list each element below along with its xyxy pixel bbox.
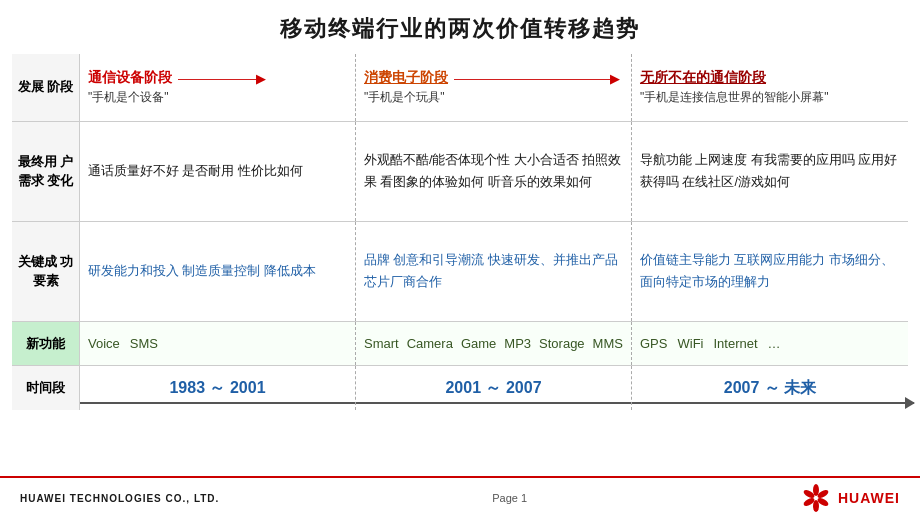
main-title: 移动终端行业的两次价值转移趋势 bbox=[0, 0, 920, 54]
phase3-title: 无所不在的通信阶段 bbox=[640, 69, 766, 87]
feature-wifi: WiFi bbox=[677, 336, 703, 351]
key-factors-row: 关键成 功要素 研发能力和投入 制造质量控制 降低成本 品牌 创意和引导潮流 快… bbox=[12, 222, 908, 322]
footer-brand: HUAWEI bbox=[800, 482, 900, 514]
feature-voice: Voice bbox=[88, 336, 120, 351]
user-needs-3: 导航功能 上网速度 有我需要的应用吗 应用好获得吗 在线社区/游戏如何 bbox=[632, 122, 908, 221]
huawei-logo-icon bbox=[800, 482, 832, 514]
phase1-title: 通信设备阶段 bbox=[88, 69, 172, 87]
content-area: 发展 阶段 通信设备阶段 ——————▶ "手机是个设备" 消费电子阶段 ———… bbox=[0, 54, 920, 476]
feature-dots: … bbox=[768, 336, 781, 351]
phase2-header: 消费电子阶段 ————————————▶ "手机是个玩具" bbox=[356, 54, 632, 121]
phase-header-row: 发展 阶段 通信设备阶段 ——————▶ "手机是个设备" 消费电子阶段 ———… bbox=[12, 54, 908, 122]
feature-internet: Internet bbox=[713, 336, 757, 351]
timespan-2: 2001 ～ 2007 bbox=[356, 366, 632, 410]
svg-point-0 bbox=[813, 484, 819, 496]
feature-smart: Smart bbox=[364, 336, 399, 351]
phase2-subtitle: "手机是个玩具" bbox=[364, 89, 623, 106]
label-timespan: 时间段 bbox=[12, 366, 80, 410]
label-new-features: 新功能 bbox=[12, 322, 80, 365]
feature-gps: GPS bbox=[640, 336, 667, 351]
timespan-row: 时间段 1983 ～ 2001 2001 ～ 2007 2007 ～ 未来 bbox=[12, 366, 908, 410]
key-factors-3: 价值链主导能力 互联网应用能力 市场细分、面向特定市场的理解力 bbox=[632, 222, 908, 321]
label-key-factors: 关键成 功要素 bbox=[12, 222, 80, 321]
phase3-subtitle: "手机是连接信息世界的智能小屏幕" bbox=[640, 89, 900, 106]
feature-mms: MMS bbox=[593, 336, 623, 351]
feature-game: Game bbox=[461, 336, 496, 351]
label-user-needs: 最终用 户需求 变化 bbox=[12, 122, 80, 221]
svg-point-3 bbox=[813, 500, 819, 512]
phase1-arrow: ——————▶ bbox=[178, 71, 266, 86]
footer-page: Page 1 bbox=[492, 492, 527, 504]
features-2: Smart Camera Game MP3 Storage MMS bbox=[356, 322, 632, 365]
user-needs-row: 最终用 户需求 变化 通话质量好不好 是否耐用 性价比如何 外观酷不酷/能否体现… bbox=[12, 122, 908, 222]
phase2-title: 消费电子阶段 bbox=[364, 69, 448, 87]
phase2-arrow: ————————————▶ bbox=[454, 71, 620, 86]
user-needs-2: 外观酷不酷/能否体现个性 大小合适否 拍照效果 看图象的体验如何 听音乐的效果如… bbox=[356, 122, 632, 221]
footer-company: HUAWEI TECHNOLOGIES CO., LTD. bbox=[20, 493, 219, 504]
phase1-subtitle: "手机是个设备" bbox=[88, 89, 347, 106]
features-1: Voice SMS bbox=[80, 322, 356, 365]
label-fazhan: 发展 阶段 bbox=[12, 54, 80, 121]
features-3: GPS WiFi Internet … bbox=[632, 322, 908, 365]
user-needs-1: 通话质量好不好 是否耐用 性价比如何 bbox=[80, 122, 356, 221]
new-features-row: 新功能 Voice SMS Smart Camera Game MP3 Stor… bbox=[12, 322, 908, 366]
phase3-header: 无所不在的通信阶段 "手机是连接信息世界的智能小屏幕" bbox=[632, 54, 908, 121]
huawei-brand-text: HUAWEI bbox=[838, 490, 900, 506]
phase1-header: 通信设备阶段 ——————▶ "手机是个设备" bbox=[80, 54, 356, 121]
feature-storage: Storage bbox=[539, 336, 585, 351]
feature-sms: SMS bbox=[130, 336, 158, 351]
key-factors-1: 研发能力和投入 制造质量控制 降低成本 bbox=[80, 222, 356, 321]
key-factors-2: 品牌 创意和引导潮流 快速研发、并推出产品 芯片厂商合作 bbox=[356, 222, 632, 321]
timespan-3: 2007 ～ 未来 bbox=[632, 366, 908, 410]
feature-mp3: MP3 bbox=[504, 336, 531, 351]
footer: HUAWEI TECHNOLOGIES CO., LTD. Page 1 HUA… bbox=[0, 476, 920, 518]
feature-camera: Camera bbox=[407, 336, 453, 351]
timespan-1: 1983 ～ 2001 bbox=[80, 366, 356, 410]
